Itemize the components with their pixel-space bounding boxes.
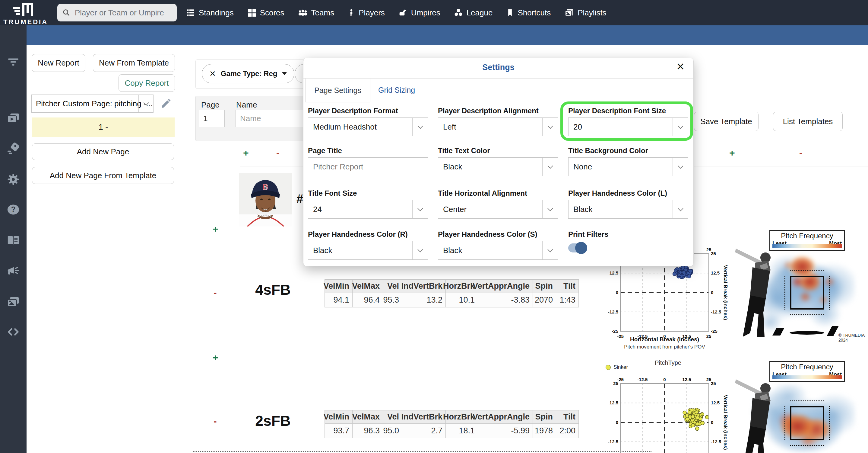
select-value: Center	[443, 205, 467, 214]
trumedia-logo-icon	[13, 2, 37, 18]
heatmap-legend: Pitch Frequency Least Most	[769, 361, 845, 382]
x-axis-label: Horizontal Break (inches)	[630, 336, 699, 342]
field-label: Player Description Format	[308, 107, 428, 115]
tick-label: -25	[612, 329, 618, 334]
remove-filter-icon[interactable]: ✕	[209, 69, 216, 79]
add-new-page-from-template-button[interactable]: Add New Page From Template	[32, 167, 174, 184]
field-label: Player Handedness Color (R)	[308, 230, 428, 238]
player-handedness-color-s-select[interactable]: Black	[438, 241, 558, 260]
field-title-background-color: Title Background Color None	[568, 146, 688, 176]
nav-label: Umpires	[411, 8, 440, 18]
select-value: Left	[443, 122, 456, 132]
list-templates-button[interactable]: List Templates	[773, 112, 843, 131]
field-player-handedness-color-s: Player Handedness Color (S) Black	[438, 230, 558, 260]
remove-column-button[interactable]: -	[799, 147, 803, 159]
add-column-button[interactable]: +	[729, 147, 735, 159]
nav-umpires[interactable]: Umpires	[398, 8, 440, 18]
field-label: Print Filters	[568, 230, 688, 238]
heatmap-title: Pitch Frequency	[770, 232, 844, 240]
league-icon	[454, 8, 463, 18]
scores-icon	[247, 8, 257, 18]
table-cell: VertApprAngle	[478, 410, 533, 424]
remove-row-button[interactable]: -	[214, 416, 217, 427]
scatter-point	[706, 415, 709, 419]
table-cell: Tilt	[556, 280, 579, 293]
page-title-input[interactable]: Pitcher Report	[308, 157, 428, 176]
add-row-button[interactable]: +	[213, 352, 218, 363]
table-cell: 93.7	[325, 424, 352, 438]
remove-row-button[interactable]: -	[214, 287, 217, 298]
global-search[interactable]	[57, 4, 177, 22]
nav-playlists[interactable]: Playlists	[564, 8, 606, 18]
add-new-page-button[interactable]: Add New Page	[32, 143, 174, 160]
save-template-button[interactable]: Save Template	[694, 112, 758, 131]
nav-scores[interactable]: Scores	[247, 8, 284, 18]
new-from-template-button[interactable]: New From Template	[93, 54, 175, 72]
video-playlist-icon[interactable]	[6, 111, 20, 125]
scatter-point	[688, 411, 691, 414]
nav-teams[interactable]: Teams	[298, 8, 335, 18]
table-cell: 96.3	[352, 424, 383, 438]
edit-pencil-icon[interactable]	[160, 97, 172, 109]
search-input[interactable]	[74, 8, 172, 18]
field-title-text-color: Title Text Color Black	[438, 146, 558, 176]
legend-item-sinker: Sinker	[606, 364, 628, 370]
report-header-band	[27, 25, 868, 45]
add-row-button[interactable]: +	[213, 224, 218, 235]
player-description-font-size-select[interactable]: 20	[568, 117, 688, 136]
table-cell: 2:00	[556, 424, 579, 438]
report-select[interactable]: Pitcher Custom Page: pitching -...	[31, 94, 154, 113]
new-report-button[interactable]: New Report	[32, 54, 85, 72]
nav-label: Players	[359, 8, 385, 18]
title-background-color-select[interactable]: None	[568, 157, 688, 176]
title-horizontal-alignment-select[interactable]: Center	[438, 200, 558, 219]
home-plate-shape	[789, 331, 824, 335]
nav-label: Standings	[199, 8, 234, 18]
player-description-alignment-select[interactable]: Left	[438, 117, 558, 136]
nav-shortcuts[interactable]: Shortcuts	[506, 8, 551, 18]
trumedia-logo[interactable]: TRUMEDIA	[3, 1, 48, 25]
tick-label: -12.5	[711, 309, 721, 314]
tag-icon[interactable]	[6, 142, 20, 155]
code-icon[interactable]	[6, 325, 20, 339]
tick-label: 0	[663, 377, 665, 382]
nav-league[interactable]: League	[454, 8, 493, 18]
tick-label: 12.5	[711, 400, 720, 405]
table-cell: IndVertBrk	[402, 280, 446, 293]
svg-text:B: B	[263, 182, 269, 192]
zone-dotted-line	[790, 445, 824, 446]
nav-standings[interactable]: Standings	[186, 8, 234, 18]
title-font-size-select[interactable]: 24	[308, 200, 428, 219]
copy-report-button[interactable]: Copy Report	[119, 74, 175, 92]
heatmap-legend: Pitch Frequency Least Most	[769, 230, 845, 251]
page-number-input[interactable]	[199, 110, 225, 127]
filter-icon[interactable]	[6, 54, 20, 68]
book-icon[interactable]	[6, 233, 20, 247]
megaphone-icon[interactable]	[6, 264, 20, 278]
add-row-button[interactable]: +	[243, 147, 249, 159]
page-row-selected[interactable]: 1 -	[32, 117, 175, 137]
player-description-format-select[interactable]: Medium Headshot	[308, 117, 428, 136]
tick-label: -12.5	[608, 309, 618, 314]
settings-modal: Settings × Page Settings Grid Sizing Pla…	[303, 58, 694, 266]
print-filters-toggle[interactable]	[568, 244, 586, 252]
remove-row-button[interactable]: -	[276, 147, 280, 159]
batter-silhouette	[734, 371, 780, 453]
brand-text: TRUMEDIA	[3, 18, 48, 26]
close-icon[interactable]: ×	[677, 60, 684, 73]
image-stack-icon[interactable]	[6, 295, 20, 309]
standings-icon	[186, 8, 195, 18]
filter-chip-game-type[interactable]: ✕ Game Type: Reg	[202, 64, 294, 83]
tab-page-settings[interactable]: Page Settings	[305, 79, 370, 103]
nav-label: Playlists	[578, 8, 606, 18]
gear-icon[interactable]	[6, 172, 20, 186]
tab-grid-sizing[interactable]: Grid Sizing	[378, 86, 415, 94]
player-handedness-color-l-select[interactable]: Black	[568, 200, 688, 219]
table-cell: Spin	[533, 410, 556, 424]
select-value: Black	[443, 162, 462, 172]
pitch-label-2sfb: 2sFB	[249, 413, 297, 429]
nav-players[interactable]: Players	[347, 8, 385, 18]
title-text-color-select[interactable]: Black	[438, 157, 558, 176]
player-handedness-color-r-select[interactable]: Black	[308, 241, 428, 260]
help-icon[interactable]: ?	[6, 203, 20, 217]
